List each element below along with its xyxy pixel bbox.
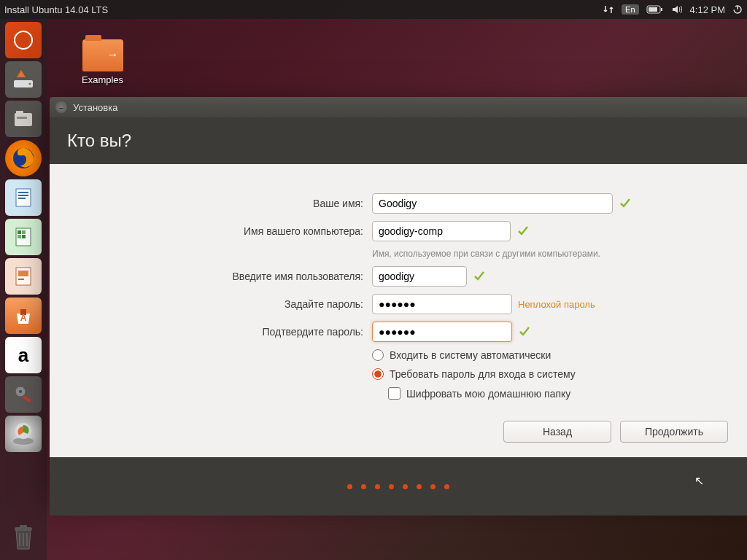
computer-label: Имя вашего компьютера: [71, 225, 363, 237]
computer-hint: Имя, используемое при связи с другими ко… [372, 249, 725, 259]
svg-rect-18 [18, 235, 21, 238]
svg-rect-31 [20, 525, 27, 528]
check-icon [518, 325, 531, 338]
clock[interactable]: 4:12 PM [690, 4, 725, 15]
svg-rect-13 [18, 195, 28, 196]
settings-icon[interactable] [5, 376, 42, 413]
auto-login-radio[interactable]: Входить в систему автоматически [372, 349, 725, 361]
examples-label: Examples [82, 74, 123, 85]
lang-indicator[interactable]: En [622, 4, 638, 15]
slideshow-dots [50, 457, 747, 516]
close-icon[interactable]: – [55, 101, 67, 113]
computer-input[interactable] [372, 221, 511, 241]
installer-body: Ваше имя: Имя вашего компьютера: Имя, ис… [50, 164, 747, 457]
installer-header: Кто вы? [50, 117, 747, 164]
svg-text:A: A [20, 313, 27, 323]
installer-heading: Кто вы? [67, 131, 729, 151]
svg-rect-14 [18, 198, 26, 199]
back-button[interactable]: Назад [503, 421, 611, 443]
launcher: A a [0, 19, 47, 560]
svg-rect-8 [16, 111, 23, 114]
install-drive-icon[interactable] [5, 416, 42, 452]
check-icon [619, 197, 632, 210]
password-input[interactable] [372, 294, 512, 314]
svg-rect-21 [18, 271, 28, 276]
dot[interactable] [389, 484, 394, 489]
installer-window: – Установка Кто вы? Ваше имя: Имя вашего… [50, 97, 747, 499]
panel-title: Install Ubuntu 14.04 LTS [4, 4, 108, 15]
trash-icon[interactable] [5, 519, 42, 556]
dot[interactable] [444, 484, 449, 489]
name-input[interactable] [372, 193, 613, 214]
volume-icon[interactable] [671, 4, 683, 15]
svg-rect-1 [661, 8, 662, 11]
confirm-input[interactable] [372, 322, 512, 342]
dot[interactable] [347, 484, 352, 489]
username-label: Введите имя пользователя: [71, 271, 363, 282]
check-icon [516, 225, 530, 238]
require-password-label: Требовать пароль для входа в систему [390, 368, 576, 380]
dot[interactable] [417, 484, 422, 489]
check-icon [473, 270, 486, 283]
password-strength: Неплохой пароль [518, 299, 595, 310]
confirm-label: Подтвердите пароль: [71, 326, 363, 338]
amazon-icon[interactable]: a [5, 337, 42, 373]
battery-icon[interactable] [646, 5, 664, 14]
username-input[interactable] [372, 266, 467, 287]
svg-rect-27 [23, 395, 31, 402]
dot[interactable] [375, 484, 380, 489]
encrypt-label: Шифровать мою домашнюю папку [406, 388, 570, 400]
svg-rect-7 [15, 113, 32, 126]
dot[interactable] [361, 484, 366, 489]
writer-icon[interactable] [5, 179, 42, 216]
svg-point-6 [29, 83, 31, 85]
installer-window-title: Установка [73, 102, 117, 113]
network-icon[interactable] [603, 4, 614, 15]
dot[interactable] [430, 484, 436, 489]
auto-login-label: Входить в систему автоматически [390, 349, 551, 361]
dot[interactable] [403, 484, 408, 489]
svg-rect-12 [18, 192, 28, 193]
folder-icon [82, 39, 123, 71]
calc-icon[interactable] [5, 219, 42, 255]
examples-folder[interactable]: Examples [82, 39, 123, 85]
svg-point-26 [19, 390, 22, 393]
name-label: Ваше имя: [71, 198, 363, 209]
power-icon[interactable] [732, 4, 743, 15]
require-password-radio[interactable]: Требовать пароль для входа в систему [372, 368, 725, 380]
encrypt-checkbox[interactable]: Шифровать мою домашнюю папку [388, 387, 725, 400]
password-label: Задайте пароль: [71, 298, 363, 310]
svg-rect-19 [22, 235, 26, 238]
svg-rect-16 [18, 230, 21, 234]
svg-rect-2 [649, 7, 657, 12]
continue-button[interactable]: Продолжить [620, 421, 728, 443]
svg-rect-17 [22, 230, 26, 234]
installer-titlebar[interactable]: – Установка [50, 97, 747, 117]
top-panel: Install Ubuntu 14.04 LTS En 4:12 PM [0, 0, 747, 19]
files-icon[interactable] [5, 101, 42, 137]
svg-rect-22 [18, 279, 24, 280]
dash-icon[interactable] [5, 22, 42, 58]
firefox-icon[interactable] [5, 140, 42, 176]
installer-launcher-icon[interactable] [5, 61, 42, 98]
software-center-icon[interactable]: A [5, 298, 42, 334]
impress-icon[interactable] [5, 258, 42, 295]
svg-rect-9 [17, 117, 27, 119]
